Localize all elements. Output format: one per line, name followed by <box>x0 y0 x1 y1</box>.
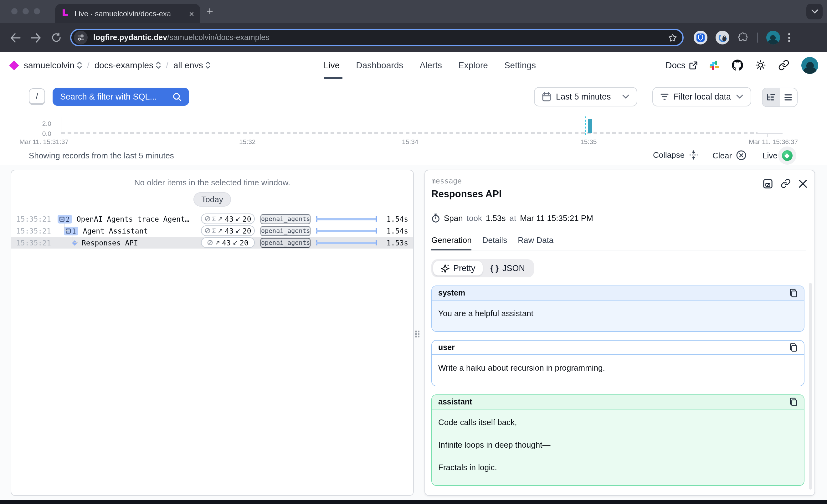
tab-details[interactable]: Details <box>482 236 507 245</box>
detail-tabs: Generation Details Raw Data <box>431 236 806 250</box>
search-button[interactable]: Search & filter with SQL... <box>53 88 189 106</box>
org-selector[interactable]: samuelcolvin <box>24 60 82 70</box>
at-word: at <box>509 213 517 223</box>
breadcrumb-separator: / <box>166 60 168 70</box>
env-selector[interactable]: all envs <box>174 60 211 70</box>
span-name: Agent Assistant <box>83 226 148 235</box>
today-chip[interactable]: Today <box>193 192 231 207</box>
collapse-button[interactable]: Collapse <box>653 150 698 160</box>
clear-button[interactable]: Clear <box>713 150 746 160</box>
shield-icon <box>696 33 705 42</box>
url-path: /samuelcolvin/docs-examples <box>167 33 270 42</box>
tab-list-chevron-button[interactable] <box>806 4 823 19</box>
bitwarden-extension-button[interactable] <box>694 31 708 44</box>
collapse-children-badge[interactable]: 2 <box>58 214 72 223</box>
list-view-toggle[interactable] <box>780 88 797 106</box>
docs-label: Docs <box>666 60 685 70</box>
user-avatar[interactable] <box>801 57 818 73</box>
trace-row-selected[interactable]: 15:35:21 ◆ Responses API ↗43 ↙20 openai_… <box>11 237 413 249</box>
nav-tab-dashboards[interactable]: Dashboards <box>356 60 403 70</box>
window-zoom-button[interactable] <box>34 8 40 14</box>
search-icon <box>173 92 182 101</box>
slack-icon <box>709 60 720 70</box>
duration-text: 1.53s <box>383 238 408 247</box>
reload-button[interactable] <box>51 33 61 43</box>
new-tab-button[interactable]: + <box>207 6 213 17</box>
message-text: Fractals in logic. <box>438 463 797 472</box>
sigma-icon: Σ <box>212 215 216 222</box>
timeline-record-spike[interactable] <box>588 119 592 133</box>
status-row: Showing records from the last 5 minutes … <box>0 148 827 165</box>
breadcrumb: samuelcolvin / docs-examples / all envs <box>11 52 211 78</box>
filter-local-data-dropdown[interactable]: Filter local data <box>652 87 751 106</box>
trace-list-panel: No older items in the selected time wind… <box>11 170 414 496</box>
span-detail-panel: message Responses API Span to <box>425 170 815 496</box>
browser-profile-avatar[interactable] <box>766 31 780 44</box>
site-settings-button[interactable] <box>74 31 88 44</box>
json-view-button[interactable]: { } JSON <box>483 261 532 275</box>
x-tick-label: Mar 11. 15:36:37 <box>749 138 798 145</box>
live-label: Live <box>763 151 778 160</box>
tab-raw-data[interactable]: Raw Data <box>518 236 553 245</box>
close-panel-button[interactable] <box>799 180 807 188</box>
tokens-out-arrow-icon: ↙ <box>233 239 238 246</box>
browser-menu-button[interactable] <box>788 33 790 42</box>
privacy-extension-button[interactable] <box>716 31 729 44</box>
token-usage-badge: ↗43 ↙20 <box>201 237 255 248</box>
live-indicator-icon <box>782 150 792 161</box>
copy-button[interactable] <box>789 289 797 297</box>
logfire-logo-icon[interactable] <box>9 60 19 70</box>
trace-row[interactable]: 15:35:21 1 Agent Assistant Σ ↗43 ↙20 <box>11 225 413 237</box>
extension-area <box>694 31 790 44</box>
x-tick-mark <box>590 134 590 137</box>
view-mode-segmented-control <box>762 88 797 107</box>
child-count: 1 <box>72 227 76 235</box>
panel-splitter-handle[interactable] <box>415 331 420 337</box>
dock-panel-button[interactable] <box>763 179 773 188</box>
message-text: You are a helpful assistant <box>438 309 797 318</box>
live-toggle[interactable]: Live <box>763 150 792 161</box>
nav-tab-explore[interactable]: Explore <box>458 60 488 70</box>
slack-link[interactable] <box>709 60 720 70</box>
window-minimize-button[interactable] <box>22 8 29 14</box>
chevron-down-icon <box>736 95 743 99</box>
url-text[interactable]: logfire.pydantic.dev/samuelcolvin/docs-e… <box>93 33 668 42</box>
timeline-baseline <box>61 132 758 134</box>
extensions-button[interactable] <box>737 32 749 43</box>
bookmark-button[interactable] <box>668 33 677 42</box>
copy-link-button[interactable] <box>781 179 791 189</box>
browser-tab[interactable]: Live · samuelcolvin/docs-exa × <box>55 4 200 23</box>
trace-row[interactable]: 15:35:21 2 OpenAI Agents trace Agent… Σ … <box>11 213 413 225</box>
address-bar[interactable]: logfire.pydantic.dev/samuelcolvin/docs-e… <box>70 29 684 46</box>
theme-toggle-button[interactable] <box>755 59 766 71</box>
select-chevrons-icon <box>156 61 161 69</box>
main-area: No older items in the selected time wind… <box>0 165 827 500</box>
tab-generation[interactable]: Generation <box>431 236 472 245</box>
records-timeline-chart[interactable]: 2.0 0.0 Mar 11. 15:31:37 15:32 15:34 15:… <box>0 113 827 148</box>
nav-tab-alerts[interactable]: Alerts <box>420 60 442 70</box>
tab-close-icon[interactable]: × <box>189 8 194 18</box>
list-view-icon <box>785 94 792 101</box>
nav-tab-live[interactable]: Live <box>324 60 340 70</box>
star-icon <box>668 33 677 42</box>
detail-panel-scrollbar[interactable] <box>809 283 812 490</box>
forward-button[interactable] <box>31 33 41 42</box>
pretty-view-button[interactable]: Pretty <box>433 261 483 275</box>
project-selector[interactable]: docs-examples <box>95 60 161 70</box>
duration-bar <box>316 228 377 234</box>
copy-button[interactable] <box>789 343 797 352</box>
time-range-dropdown[interactable]: Last 5 minutes <box>534 87 637 106</box>
docs-link[interactable]: Docs <box>666 60 697 70</box>
window-close-button[interactable] <box>11 8 17 14</box>
github-link[interactable] <box>732 59 743 71</box>
share-link-button[interactable] <box>778 59 789 71</box>
row-timestamp: 15:35:21 <box>16 214 58 223</box>
copy-button[interactable] <box>789 398 797 406</box>
x-tick-mark <box>767 134 768 137</box>
window-bottom-edge <box>0 500 827 504</box>
back-button[interactable] <box>10 33 21 42</box>
tree-view-toggle[interactable] <box>763 88 780 106</box>
nav-tab-settings[interactable]: Settings <box>504 60 536 70</box>
scope-tag: openai_agents <box>260 238 310 248</box>
token-usage-badge: Σ ↗43 ↙20 <box>201 225 255 236</box>
